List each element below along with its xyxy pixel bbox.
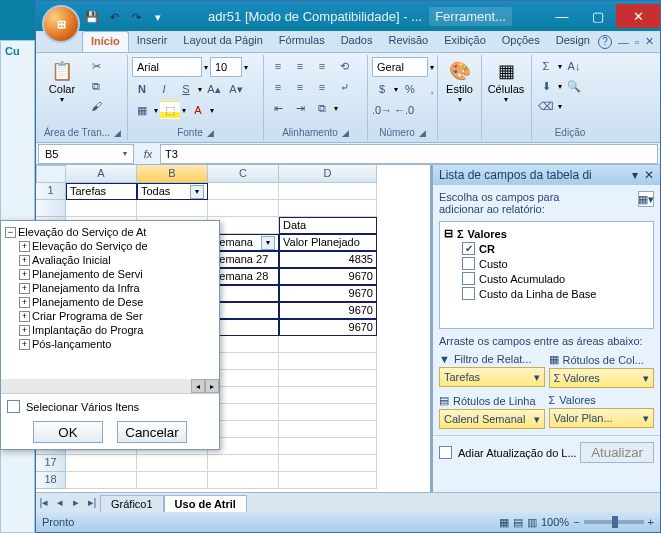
number-format-combo[interactable]: Geral	[372, 57, 428, 77]
undo-icon[interactable]: ↶	[104, 7, 124, 27]
expand-icon[interactable]: +	[19, 325, 30, 336]
clear-icon[interactable]: ⌫	[536, 97, 556, 115]
fill-icon[interactable]: ⬇	[536, 77, 556, 95]
mdi-close-icon[interactable]: ✕	[645, 35, 654, 48]
field-custo[interactable]: Custo	[479, 258, 508, 270]
maximize-button[interactable]: ▢	[580, 4, 616, 28]
col-A[interactable]: A	[66, 165, 137, 183]
field-list-box[interactable]: ⊟ Σ Valores ✔CR Custo Custo Acumulado Cu…	[439, 221, 654, 329]
qat-dropdown-icon[interactable]: ▾	[148, 7, 168, 27]
field-cr[interactable]: CR	[479, 243, 495, 255]
decrease-decimal-icon[interactable]: ←.0	[394, 101, 414, 119]
cells-button[interactable]: ▦ Células ▾	[486, 57, 526, 106]
row-header[interactable]: 1	[36, 183, 66, 200]
fx-icon[interactable]: fx	[136, 148, 160, 160]
cell[interactable]: 4835	[279, 251, 377, 268]
italic-button[interactable]: I	[154, 80, 174, 98]
decrease-font-icon[interactable]: A▾	[226, 80, 246, 98]
expand-icon[interactable]: +	[19, 339, 30, 350]
number-dialog-icon[interactable]: ◢	[419, 128, 426, 138]
sort-icon[interactable]: A↓	[564, 57, 584, 75]
checkbox-custo-base[interactable]	[462, 287, 475, 300]
formula-input[interactable]: T3	[160, 144, 658, 164]
view-normal-icon[interactable]: ▦	[499, 516, 509, 529]
mdi-restore-icon[interactable]: ▫	[635, 36, 639, 48]
ok-button[interactable]: OK	[33, 421, 103, 443]
cell[interactable]: 9670	[279, 268, 377, 285]
tab-revisao[interactable]: Revisão	[380, 31, 436, 52]
view-layout-icon[interactable]: ▤	[513, 516, 523, 529]
tree-root-item[interactable]: −Elevação do Serviço de At	[3, 225, 217, 239]
format-painter-icon[interactable]: 🖌	[86, 97, 106, 115]
font-color-icon[interactable]: A	[188, 101, 208, 119]
tab-inicio[interactable]: Início	[82, 31, 129, 52]
columns-area-drop[interactable]: Σ Valores▾	[549, 368, 655, 388]
tab-dados[interactable]: Dados	[333, 31, 381, 52]
cancel-button[interactable]: Cancelar	[117, 421, 187, 443]
col-D[interactable]: D	[279, 165, 377, 183]
help-icon[interactable]: ?	[598, 35, 612, 49]
tree-item[interactable]: +Pós-lançamento	[17, 337, 217, 351]
tab-opcoes[interactable]: Opções	[494, 31, 548, 52]
row-dropdown-icon[interactable]: ▾	[261, 236, 275, 250]
close-button[interactable]: ✕	[616, 4, 660, 28]
bold-button[interactable]: N	[132, 80, 152, 98]
zoom-in-icon[interactable]: +	[648, 516, 654, 528]
paste-button[interactable]: 📋 Colar ▾	[42, 57, 82, 106]
collapse-icon[interactable]: ⊟	[444, 227, 453, 240]
align-top-icon[interactable]: ≡	[268, 57, 288, 75]
tree-item[interactable]: +Criar Programa de Ser	[17, 309, 217, 323]
mdi-minimize-icon[interactable]: —	[618, 36, 629, 48]
expand-icon[interactable]: +	[19, 269, 30, 280]
name-box[interactable]: B5▾	[38, 144, 134, 164]
first-sheet-icon[interactable]: |◂	[36, 495, 52, 511]
filter-dropdown-icon[interactable]: ▾	[190, 185, 204, 199]
tree-item[interactable]: +Elevação do Serviço de	[17, 239, 217, 253]
align-center-icon[interactable]: ≡	[290, 78, 310, 96]
align-right-icon[interactable]: ≡	[312, 78, 332, 96]
col-B[interactable]: B	[137, 165, 208, 183]
values-area-drop[interactable]: Valor Plan...▾	[549, 408, 655, 428]
checkbox-cr[interactable]: ✔	[462, 242, 475, 255]
defer-checkbox[interactable]	[439, 446, 452, 459]
row-header[interactable]: 18	[36, 472, 66, 489]
cell[interactable]: 9670	[279, 285, 377, 302]
col-C[interactable]: C	[208, 165, 279, 183]
select-all-corner[interactable]	[36, 165, 66, 183]
pane-dropdown-icon[interactable]: ▾	[632, 168, 638, 182]
align-bottom-icon[interactable]: ≡	[312, 57, 332, 75]
tab-design[interactable]: Design	[548, 31, 598, 52]
field-custo-base[interactable]: Custo da Linha de Base	[479, 288, 596, 300]
tab-inserir[interactable]: Inserir	[129, 31, 176, 52]
sheet-tab-active[interactable]: Uso de Atril	[164, 495, 247, 512]
increase-decimal-icon[interactable]: .0→	[372, 101, 392, 119]
checkbox-custo-acum[interactable]	[462, 272, 475, 285]
styles-button[interactable]: 🎨 Estilo ▾	[442, 57, 477, 106]
cell[interactable]: 9670	[279, 319, 377, 336]
collapse-icon[interactable]: −	[5, 227, 16, 238]
pane-close-icon[interactable]: ✕	[644, 168, 654, 182]
layout-options-icon[interactable]: ▦▾	[638, 191, 654, 207]
tree-item[interactable]: +Planejamento de Servi	[17, 267, 217, 281]
expand-icon[interactable]: +	[19, 311, 30, 322]
tab-exibicao[interactable]: Exibição	[436, 31, 494, 52]
minimize-button[interactable]: —	[544, 4, 580, 28]
redo-icon[interactable]: ↷	[126, 7, 146, 27]
prev-sheet-icon[interactable]: ◂	[52, 495, 68, 511]
update-button[interactable]: Atualizar	[580, 442, 654, 463]
align-middle-icon[interactable]: ≡	[290, 57, 310, 75]
font-dialog-icon[interactable]: ◢	[207, 128, 214, 138]
wrap-text-icon[interactable]: ⤶	[334, 78, 354, 96]
next-sheet-icon[interactable]: ▸	[68, 495, 84, 511]
last-sheet-icon[interactable]: ▸|	[84, 495, 100, 511]
font-size-combo[interactable]: 10	[210, 57, 242, 77]
hscroll-left-icon[interactable]: ◂	[191, 379, 205, 393]
checkbox-custo[interactable]	[462, 257, 475, 270]
fill-color-icon[interactable]: ⬚	[160, 101, 180, 119]
autosum-icon[interactable]: Σ	[536, 57, 556, 75]
tab-layout[interactable]: Layout da Págin	[175, 31, 271, 52]
zoom-out-icon[interactable]: −	[573, 516, 579, 528]
align-left-icon[interactable]: ≡	[268, 78, 288, 96]
row-header[interactable]: 17	[36, 455, 66, 472]
currency-icon[interactable]: $	[372, 80, 392, 98]
